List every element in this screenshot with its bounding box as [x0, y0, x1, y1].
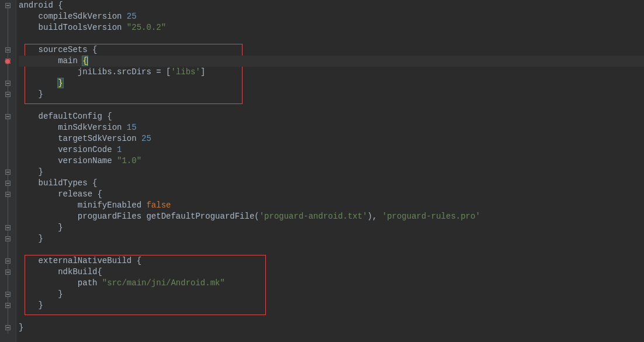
- code-line[interactable]: ndkBuild{: [19, 267, 644, 278]
- code-line[interactable]: }: [19, 89, 644, 100]
- code-line[interactable]: proguardFiles getDefaultProguardFile('pr…: [19, 211, 644, 222]
- code-line[interactable]: externalNativeBuild {: [19, 255, 644, 267]
- code-line[interactable]: }: [19, 78, 644, 89]
- code-line[interactable]: android {: [19, 0, 644, 11]
- code-line[interactable]: main {: [19, 56, 644, 67]
- code-line[interactable]: }: [19, 222, 644, 233]
- fold-toggle-icon[interactable]: [5, 236, 11, 241]
- code-line[interactable]: buildToolsVersion "25.0.2": [19, 22, 644, 33]
- code-area[interactable]: android { compileSdkVersion 25 buildTool…: [16, 0, 644, 342]
- fold-toggle-icon[interactable]: [5, 81, 11, 86]
- code-line[interactable]: release {: [19, 189, 644, 200]
- code-line[interactable]: targetSdkVersion 25: [19, 133, 644, 144]
- fold-toggle-icon[interactable]: [5, 170, 11, 175]
- fold-toggle-icon[interactable]: [5, 303, 11, 308]
- code-line[interactable]: minSdkVersion 15: [19, 122, 644, 133]
- fold-toggle-icon[interactable]: [5, 325, 11, 330]
- code-line[interactable]: }: [19, 289, 644, 300]
- text-caret: [87, 57, 88, 65]
- code-line[interactable]: [19, 33, 644, 44]
- code-line[interactable]: jniLibs.srcDirs = ['libs']: [19, 67, 644, 78]
- code-line[interactable]: sourceSets {: [19, 44, 644, 56]
- fold-toggle-icon[interactable]: [5, 258, 11, 264]
- code-line[interactable]: versionCode 1: [19, 144, 644, 156]
- code-line[interactable]: }: [19, 233, 644, 244]
- code-line[interactable]: [19, 311, 644, 322]
- code-line[interactable]: [19, 100, 644, 111]
- fold-toggle-icon[interactable]: [5, 114, 11, 119]
- code-line[interactable]: [19, 244, 644, 255]
- code-line[interactable]: versionName "1.0": [19, 156, 644, 167]
- fold-guide: [8, 4, 8, 334]
- code-line[interactable]: }: [19, 322, 644, 333]
- code-line[interactable]: defaultConfig {: [19, 111, 644, 122]
- code-line[interactable]: buildTypes {: [19, 178, 644, 189]
- breakpoint-icon[interactable]: [5, 58, 11, 64]
- fold-toggle-icon[interactable]: [5, 92, 11, 97]
- code-line[interactable]: }: [19, 300, 644, 311]
- fold-toggle-icon[interactable]: [5, 47, 11, 53]
- code-line[interactable]: compileSdkVersion 25: [19, 11, 644, 22]
- code-line[interactable]: }: [19, 167, 644, 178]
- code-line[interactable]: minifyEnabled false: [19, 200, 644, 211]
- editor-gutter[interactable]: [0, 0, 16, 342]
- code-editor[interactable]: android { compileSdkVersion 25 buildTool…: [0, 0, 644, 342]
- fold-toggle-icon[interactable]: [5, 292, 11, 297]
- fold-toggle-icon[interactable]: [5, 270, 11, 275]
- fold-toggle-icon[interactable]: [5, 192, 11, 197]
- fold-toggle-icon[interactable]: [5, 3, 11, 8]
- fold-toggle-icon[interactable]: [5, 225, 11, 230]
- fold-toggle-icon[interactable]: [5, 181, 11, 186]
- code-line[interactable]: path "src/main/jni/Android.mk": [19, 278, 644, 289]
